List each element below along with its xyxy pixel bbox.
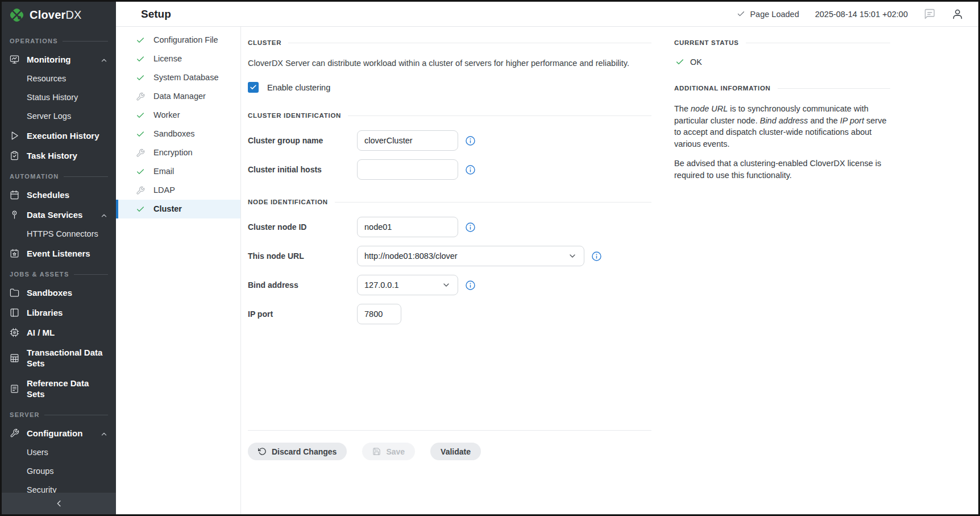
cluster-settings-form: CLUSTER CloverDX Server can distribute w… bbox=[241, 27, 651, 514]
additional-info-paragraph: The node URL is to synchronously communi… bbox=[674, 103, 890, 150]
cluster-initial-hosts-input[interactable] bbox=[357, 159, 458, 180]
check-icon bbox=[136, 205, 145, 214]
info-icon[interactable] bbox=[465, 164, 476, 175]
setup-step-configuration-file[interactable]: Configuration File bbox=[116, 31, 240, 49]
setup-step-encryption[interactable]: Encryption bbox=[116, 143, 240, 162]
cluster-description: CloverDX Server can distribute workload … bbox=[248, 57, 651, 69]
sidebar-item-server-logs[interactable]: Server Logs bbox=[2, 107, 116, 126]
sidebar-item-event-listeners[interactable]: Event Listeners bbox=[2, 243, 116, 263]
enable-clustering-row: Enable clustering bbox=[248, 82, 651, 93]
status-ok: OK bbox=[675, 57, 890, 67]
cloverdx-logo[interactable]: CloverDX bbox=[2, 2, 116, 28]
sidebar: CloverDX OPERATIONS Monitoring Resources… bbox=[2, 2, 116, 514]
additional-information-header: ADDITIONAL INFORMATION bbox=[674, 85, 890, 92]
sidebar-item-libraries[interactable]: Libraries bbox=[2, 303, 116, 323]
feedback-button[interactable] bbox=[924, 8, 936, 20]
chevron-left-icon bbox=[54, 498, 64, 509]
check-icon bbox=[136, 167, 145, 176]
sidebar-item-groups[interactable]: Groups bbox=[2, 462, 116, 481]
library-icon bbox=[10, 308, 19, 317]
node-identification-header: NODE IDENTIFICATION bbox=[248, 199, 651, 205]
sidebar-item-resources[interactable]: Resources bbox=[2, 69, 116, 88]
chevron-down-icon bbox=[442, 280, 451, 290]
cluster-node-id-label: Cluster node ID bbox=[248, 222, 357, 232]
monitor-icon bbox=[10, 55, 19, 64]
ip-port-label: IP port bbox=[248, 309, 357, 319]
check-icon bbox=[675, 57, 684, 67]
bind-address-select[interactable]: 127.0.0.1 bbox=[357, 275, 458, 295]
setup-steps-list: Configuration File License System Databa… bbox=[116, 27, 241, 514]
page-title: Setup bbox=[141, 8, 171, 20]
sidebar-item-monitoring[interactable]: Monitoring bbox=[2, 49, 116, 69]
save-button[interactable]: Save bbox=[362, 443, 415, 460]
pin-icon bbox=[10, 210, 19, 220]
node-url-select[interactable]: http://node01:8083/clover bbox=[357, 246, 584, 266]
check-icon bbox=[136, 111, 145, 120]
sidebar-item-https-connectors[interactable]: HTTPS Connectors bbox=[2, 225, 116, 243]
node-url-label: This node URL bbox=[248, 251, 357, 261]
sidebar-item-security[interactable]: Security bbox=[2, 481, 116, 493]
wrench-icon bbox=[136, 92, 145, 101]
sidebar-item-data-services[interactable]: Data Services bbox=[2, 205, 116, 225]
ip-port-input[interactable] bbox=[357, 304, 401, 324]
check-icon bbox=[737, 10, 745, 18]
form-actions: Discard Changes Save Validate bbox=[248, 443, 651, 460]
setup-step-sandboxes[interactable]: Sandboxes bbox=[116, 125, 240, 143]
user-menu-button[interactable] bbox=[952, 8, 964, 20]
sidebar-item-sandboxes[interactable]: Sandboxes bbox=[2, 283, 116, 303]
grid-table-icon bbox=[10, 353, 19, 363]
validate-button[interactable]: Validate bbox=[430, 443, 481, 460]
sidebar-nav: OPERATIONS Monitoring Resources Status H… bbox=[2, 28, 116, 493]
section-label-automation: AUTOMATION bbox=[2, 166, 116, 185]
sidebar-item-status-history[interactable]: Status History bbox=[2, 88, 116, 107]
info-icon[interactable] bbox=[465, 280, 476, 291]
clipboard-icon bbox=[10, 151, 19, 160]
discard-changes-button[interactable]: Discard Changes bbox=[248, 443, 347, 460]
sidebar-item-task-history[interactable]: Task History bbox=[2, 146, 116, 166]
setup-step-license[interactable]: License bbox=[116, 49, 240, 68]
sidebar-item-configuration[interactable]: Configuration bbox=[2, 423, 116, 443]
info-icon[interactable] bbox=[465, 135, 476, 146]
section-label-jobs-assets: JOBS & ASSETS bbox=[2, 263, 116, 283]
check-icon bbox=[136, 130, 145, 139]
enable-clustering-checkbox[interactable] bbox=[248, 82, 259, 93]
status-panel: CURRENT STATUS OK ADDITIONAL INFORMATION… bbox=[674, 27, 890, 514]
info-icon[interactable] bbox=[591, 251, 602, 262]
cluster-group-name-input[interactable] bbox=[357, 130, 458, 151]
setup-step-ldap[interactable]: LDAP bbox=[116, 181, 240, 200]
cluster-section-header: CLUSTER bbox=[248, 39, 651, 46]
sidebar-item-transactional-data-sets[interactable]: Transactional Data Sets bbox=[2, 342, 116, 373]
sidebar-item-execution-history[interactable]: Execution History bbox=[2, 126, 116, 146]
cluster-node-id-input[interactable] bbox=[357, 217, 458, 237]
sidebar-item-reference-data-sets[interactable]: Reference Data Sets bbox=[2, 373, 116, 404]
sidebar-collapse-button[interactable] bbox=[2, 493, 116, 514]
chevron-up-icon bbox=[100, 56, 108, 64]
wrench-icon bbox=[10, 428, 19, 438]
sidebar-item-ai-ml[interactable]: AI / ML bbox=[2, 323, 116, 342]
info-icon[interactable] bbox=[465, 222, 476, 233]
license-notice-paragraph: Be advised that a clustering-enabled Clo… bbox=[674, 158, 890, 181]
brand-name: CloverDX bbox=[30, 9, 82, 22]
cluster-identification-header: CLUSTER IDENTIFICATION bbox=[248, 112, 651, 119]
sidebar-item-schedules[interactable]: Schedules bbox=[2, 185, 116, 205]
chevron-up-icon bbox=[100, 211, 108, 219]
server-timestamp: 2025-08-14 15:01 +02:00 bbox=[815, 10, 908, 19]
topbar: Setup Page Loaded 2025-08-14 15:01 +02:0… bbox=[116, 2, 978, 27]
sandbox-icon bbox=[10, 288, 19, 298]
setup-step-system-database[interactable]: System Database bbox=[116, 68, 240, 87]
check-icon bbox=[136, 73, 145, 82]
message-square-icon bbox=[924, 8, 936, 20]
sidebar-item-users[interactable]: Users bbox=[2, 443, 116, 462]
page-loaded-status: Page Loaded bbox=[737, 10, 799, 19]
enable-clustering-label: Enable clustering bbox=[267, 83, 330, 92]
form-divider bbox=[248, 430, 651, 431]
undo-icon bbox=[258, 447, 267, 456]
setup-step-email[interactable]: Email bbox=[116, 162, 240, 181]
setup-step-data-manager[interactable]: Data Manager bbox=[116, 87, 240, 106]
doc-table-icon bbox=[10, 384, 19, 394]
setup-step-worker[interactable]: Worker bbox=[116, 106, 240, 125]
section-label-operations: OPERATIONS bbox=[2, 30, 116, 49]
setup-step-cluster[interactable]: Cluster bbox=[116, 200, 240, 218]
save-icon bbox=[372, 447, 381, 456]
wrench-icon bbox=[136, 148, 145, 158]
